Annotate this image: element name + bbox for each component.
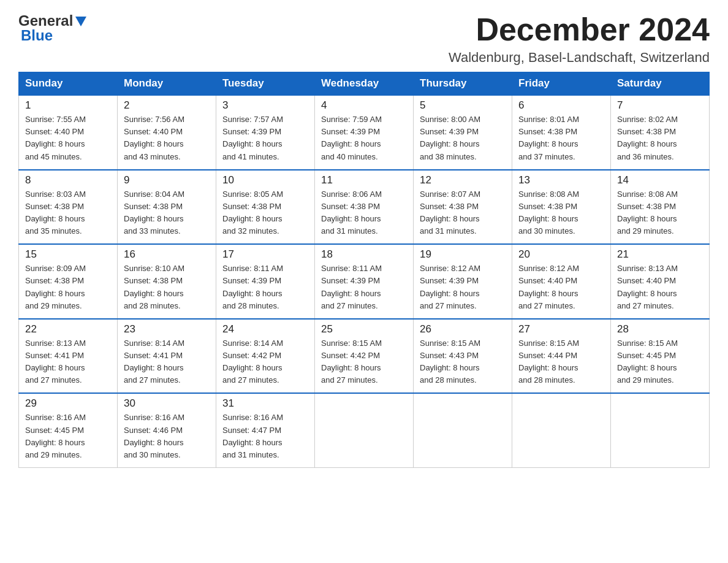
- day-info: Sunrise: 7:56 AMSunset: 4:40 PMDaylight:…: [124, 113, 210, 163]
- day-number: 19: [420, 248, 506, 261]
- day-info: Sunrise: 8:15 AMSunset: 4:44 PMDaylight:…: [518, 337, 604, 387]
- calendar-day-cell: 5Sunrise: 8:00 AMSunset: 4:39 PMDaylight…: [414, 95, 512, 170]
- title-area: December 2024 Waldenburg, Basel-Landscha…: [449, 12, 710, 66]
- calendar-day-cell: 9Sunrise: 8:04 AMSunset: 4:38 PMDaylight…: [118, 170, 216, 245]
- day-info: Sunrise: 8:08 AMSunset: 4:38 PMDaylight:…: [518, 188, 604, 238]
- calendar-day-cell: 21Sunrise: 8:13 AMSunset: 4:40 PMDayligh…: [611, 244, 710, 319]
- day-number: 16: [124, 248, 210, 261]
- day-info: Sunrise: 8:08 AMSunset: 4:38 PMDaylight:…: [617, 188, 703, 238]
- day-number: 2: [124, 99, 210, 112]
- day-info: Sunrise: 8:03 AMSunset: 4:38 PMDaylight:…: [25, 188, 111, 238]
- day-info: Sunrise: 8:15 AMSunset: 4:45 PMDaylight:…: [617, 337, 703, 387]
- calendar-day-cell: 27Sunrise: 8:15 AMSunset: 4:44 PMDayligh…: [512, 319, 611, 394]
- day-number: 12: [420, 174, 506, 186]
- calendar-week-row: 1Sunrise: 7:55 AMSunset: 4:40 PMDaylight…: [19, 95, 710, 170]
- calendar-week-row: 15Sunrise: 8:09 AMSunset: 4:38 PMDayligh…: [19, 244, 710, 319]
- day-info: Sunrise: 8:16 AMSunset: 4:45 PMDaylight:…: [25, 412, 111, 461]
- day-number: 10: [222, 174, 308, 186]
- calendar-day-cell: 19Sunrise: 8:12 AMSunset: 4:39 PMDayligh…: [414, 244, 512, 319]
- day-info: Sunrise: 8:15 AMSunset: 4:43 PMDaylight:…: [420, 337, 506, 387]
- calendar-table: SundayMondayTuesdayWednesdayThursdayFrid…: [18, 72, 710, 468]
- logo: General Blue: [18, 12, 88, 44]
- calendar-day-cell: 4Sunrise: 7:59 AMSunset: 4:39 PMDaylight…: [315, 95, 414, 170]
- calendar-day-cell: 17Sunrise: 8:11 AMSunset: 4:39 PMDayligh…: [216, 244, 315, 319]
- day-info: Sunrise: 8:16 AMSunset: 4:47 PMDaylight:…: [222, 412, 308, 461]
- month-title: December 2024: [449, 12, 710, 47]
- day-info: Sunrise: 8:11 AMSunset: 4:39 PMDaylight:…: [321, 262, 407, 312]
- calendar-week-row: 22Sunrise: 8:13 AMSunset: 4:41 PMDayligh…: [19, 319, 710, 394]
- logo-blue-text: Blue: [21, 27, 53, 44]
- calendar-day-cell: 30Sunrise: 8:16 AMSunset: 4:46 PMDayligh…: [118, 393, 216, 467]
- column-header-tuesday: Tuesday: [216, 72, 315, 96]
- day-info: Sunrise: 8:14 AMSunset: 4:42 PMDaylight:…: [222, 337, 308, 387]
- day-info: Sunrise: 8:06 AMSunset: 4:38 PMDaylight:…: [321, 188, 407, 238]
- day-number: 7: [617, 99, 703, 112]
- column-header-saturday: Saturday: [611, 72, 710, 96]
- day-number: 26: [420, 323, 506, 335]
- day-info: Sunrise: 8:13 AMSunset: 4:41 PMDaylight:…: [25, 337, 111, 387]
- day-number: 25: [321, 323, 407, 335]
- calendar-day-cell: 3Sunrise: 7:57 AMSunset: 4:39 PMDaylight…: [216, 95, 315, 170]
- day-number: 11: [321, 174, 407, 186]
- calendar-day-cell: [414, 393, 512, 467]
- day-number: 21: [617, 248, 703, 261]
- calendar-day-cell: 7Sunrise: 8:02 AMSunset: 4:38 PMDaylight…: [611, 95, 710, 170]
- day-number: 31: [222, 397, 308, 410]
- svg-marker-0: [75, 17, 86, 26]
- day-number: 30: [124, 397, 210, 410]
- calendar-day-cell: 10Sunrise: 8:05 AMSunset: 4:38 PMDayligh…: [216, 170, 315, 245]
- calendar-week-row: 29Sunrise: 8:16 AMSunset: 4:45 PMDayligh…: [19, 393, 710, 467]
- calendar-day-cell: 28Sunrise: 8:15 AMSunset: 4:45 PMDayligh…: [611, 319, 710, 394]
- calendar-day-cell: 1Sunrise: 7:55 AMSunset: 4:40 PMDaylight…: [19, 95, 118, 170]
- day-number: 14: [617, 174, 703, 186]
- day-info: Sunrise: 8:01 AMSunset: 4:38 PMDaylight:…: [518, 113, 604, 163]
- day-number: 27: [518, 323, 604, 335]
- calendar-day-cell: 2Sunrise: 7:56 AMSunset: 4:40 PMDaylight…: [118, 95, 216, 170]
- day-number: 18: [321, 248, 407, 261]
- day-number: 3: [222, 99, 308, 112]
- day-info: Sunrise: 7:55 AMSunset: 4:40 PMDaylight:…: [25, 113, 111, 163]
- day-info: Sunrise: 8:02 AMSunset: 4:38 PMDaylight:…: [617, 113, 703, 163]
- calendar-day-cell: 6Sunrise: 8:01 AMSunset: 4:38 PMDaylight…: [512, 95, 611, 170]
- calendar-day-cell: 20Sunrise: 8:12 AMSunset: 4:40 PMDayligh…: [512, 244, 611, 319]
- day-info: Sunrise: 8:04 AMSunset: 4:38 PMDaylight:…: [124, 188, 210, 238]
- calendar-day-cell: [611, 393, 710, 467]
- calendar-header-row: SundayMondayTuesdayWednesdayThursdayFrid…: [19, 72, 710, 96]
- calendar-day-cell: 29Sunrise: 8:16 AMSunset: 4:45 PMDayligh…: [19, 393, 118, 467]
- day-number: 5: [420, 99, 506, 112]
- day-info: Sunrise: 8:05 AMSunset: 4:38 PMDaylight:…: [222, 188, 308, 238]
- calendar-day-cell: 16Sunrise: 8:10 AMSunset: 4:38 PMDayligh…: [118, 244, 216, 319]
- day-info: Sunrise: 8:11 AMSunset: 4:39 PMDaylight:…: [222, 262, 308, 312]
- calendar-day-cell: 23Sunrise: 8:14 AMSunset: 4:41 PMDayligh…: [118, 319, 216, 394]
- day-number: 9: [124, 174, 210, 186]
- calendar-day-cell: 14Sunrise: 8:08 AMSunset: 4:38 PMDayligh…: [611, 170, 710, 245]
- calendar-day-cell: 13Sunrise: 8:08 AMSunset: 4:38 PMDayligh…: [512, 170, 611, 245]
- day-info: Sunrise: 8:12 AMSunset: 4:39 PMDaylight:…: [420, 262, 506, 312]
- day-info: Sunrise: 8:10 AMSunset: 4:38 PMDaylight:…: [124, 262, 210, 312]
- day-info: Sunrise: 7:59 AMSunset: 4:39 PMDaylight:…: [321, 113, 407, 163]
- day-number: 24: [222, 323, 308, 335]
- calendar-day-cell: [315, 393, 414, 467]
- calendar-day-cell: 24Sunrise: 8:14 AMSunset: 4:42 PMDayligh…: [216, 319, 315, 394]
- calendar-day-cell: [512, 393, 611, 467]
- day-info: Sunrise: 7:57 AMSunset: 4:39 PMDaylight:…: [222, 113, 308, 163]
- day-info: Sunrise: 8:15 AMSunset: 4:42 PMDaylight:…: [321, 337, 407, 387]
- day-number: 20: [518, 248, 604, 261]
- day-info: Sunrise: 8:00 AMSunset: 4:39 PMDaylight:…: [420, 113, 506, 163]
- column-header-friday: Friday: [512, 72, 611, 96]
- day-number: 15: [25, 248, 111, 261]
- column-header-monday: Monday: [118, 72, 216, 96]
- day-number: 1: [25, 99, 111, 112]
- day-number: 28: [617, 323, 703, 335]
- column-header-thursday: Thursday: [414, 72, 512, 96]
- calendar-day-cell: 18Sunrise: 8:11 AMSunset: 4:39 PMDayligh…: [315, 244, 414, 319]
- calendar-day-cell: 31Sunrise: 8:16 AMSunset: 4:47 PMDayligh…: [216, 393, 315, 467]
- day-number: 22: [25, 323, 111, 335]
- page-header: General Blue December 2024 Waldenburg, B…: [18, 12, 710, 66]
- day-info: Sunrise: 8:12 AMSunset: 4:40 PMDaylight:…: [518, 262, 604, 312]
- day-info: Sunrise: 8:16 AMSunset: 4:46 PMDaylight:…: [124, 412, 210, 461]
- column-header-wednesday: Wednesday: [315, 72, 414, 96]
- calendar-week-row: 8Sunrise: 8:03 AMSunset: 4:38 PMDaylight…: [19, 170, 710, 245]
- day-number: 29: [25, 397, 111, 410]
- day-number: 4: [321, 99, 407, 112]
